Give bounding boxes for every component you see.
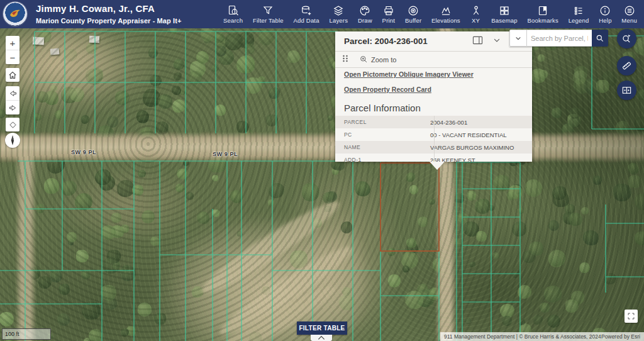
- table-row-value: VARGAS BURGOS MAXIMINO: [425, 144, 532, 151]
- help-icon: [599, 5, 611, 16]
- toolbar-item-menu[interactable]: Menu: [619, 4, 639, 25]
- toolbar-item-layers[interactable]: Layers: [327, 4, 350, 25]
- toolbar-item-legend[interactable]: Legend: [567, 4, 591, 25]
- toolbar-item-add-data[interactable]: Add Data: [291, 4, 321, 25]
- chevron-down-icon: [514, 35, 522, 42]
- toolbar-item-help[interactable]: Help: [597, 4, 613, 25]
- xy-icon: [470, 5, 482, 16]
- fullscreen-button[interactable]: [625, 310, 638, 323]
- popup-title: Parcel: 2004-236-001: [344, 36, 428, 46]
- legend-icon: [573, 5, 584, 16]
- menu-icon: [624, 5, 635, 16]
- home-icon: [8, 70, 18, 80]
- toolbar-label: Basemap: [491, 17, 518, 24]
- table-column-divider: [434, 116, 435, 162]
- search-icon: [596, 34, 604, 43]
- search-widget-button[interactable]: [617, 29, 636, 48]
- parcel-popup: Parcel: 2004-236-001 Zoom to Open Pictom…: [335, 31, 532, 162]
- toolbar-item-basemap[interactable]: Basemap: [489, 4, 519, 25]
- arrow-left-icon: [8, 89, 18, 98]
- table-row-label: ADD-1: [335, 157, 425, 162]
- toolbar-item-draw[interactable]: Draw: [356, 4, 374, 25]
- search-cursor-icon: [621, 33, 632, 44]
- ruler-icon: [621, 60, 632, 71]
- house-roof: [50, 48, 60, 55]
- house-roof: [33, 37, 45, 45]
- toolbar-label: Elevations: [431, 17, 460, 24]
- zoom-to-button[interactable]: Zoom to: [360, 55, 396, 64]
- buffer-icon: [408, 5, 419, 16]
- filter-table-expand-button[interactable]: [311, 335, 332, 341]
- filter-table-tab[interactable]: FILTER TABLE: [297, 321, 347, 335]
- swipe-tool-button[interactable]: [617, 81, 636, 100]
- print-icon: [383, 5, 394, 16]
- house-roof: [89, 36, 99, 43]
- toolbar-item-elevations[interactable]: Elevations: [430, 4, 462, 25]
- top-bar: Jimmy H. Cowan, Jr., CFA Marion County P…: [0, 0, 644, 28]
- toolbar-item-print[interactable]: Print: [380, 4, 397, 25]
- zoom-out-button[interactable]: −: [6, 50, 19, 64]
- toolbar-item-bookmarks[interactable]: Bookmarks: [526, 4, 560, 25]
- map-canvas[interactable]: SW 9 PL SW 9 PL + −: [0, 28, 644, 341]
- toolbar-label: Filter Table: [253, 17, 284, 24]
- zoom-controls: + −: [6, 36, 19, 64]
- table-row-value: 00 - VACANT RESIDENTIAL: [425, 131, 532, 138]
- toolbar-label: Buffer: [405, 17, 421, 24]
- toolbar-label: Draw: [358, 17, 372, 24]
- app-subtitle: Marion County Property Appraiser - Map I…: [36, 17, 181, 26]
- home-button[interactable]: [6, 68, 19, 82]
- toolbar-label: XY: [472, 17, 480, 24]
- dock-popup-button[interactable]: [472, 36, 483, 48]
- table-row-value: 2004-236-001: [425, 119, 532, 126]
- toolbar-label: Print: [382, 17, 396, 24]
- aerial-imagery-layer: [0, 28, 644, 341]
- toolbar-item-search[interactable]: Search: [221, 4, 245, 25]
- table-row-label: PARCEL: [335, 119, 425, 125]
- parcel-information-heading: Parcel Information: [344, 103, 421, 113]
- toolbar-label: Layers: [329, 17, 348, 24]
- toolbar-item-xy[interactable]: XY: [469, 4, 484, 25]
- zoom-to-label: Zoom to: [371, 56, 396, 64]
- popup-actions-menu-button[interactable]: [341, 54, 350, 65]
- layers-icon: [333, 5, 344, 16]
- toolbar-item-filter-table[interactable]: Filter Table: [251, 4, 286, 25]
- search-bar: [509, 30, 608, 47]
- draw-icon: [359, 5, 370, 16]
- app-title: Jimmy H. Cowan, Jr., CFA: [36, 3, 181, 15]
- search-input[interactable]: [527, 30, 592, 47]
- header-titles: Jimmy H. Cowan, Jr., CFA Marion County P…: [36, 3, 181, 26]
- fullscreen-icon: [627, 312, 635, 320]
- scale-bar: 100 ft: [2, 328, 51, 340]
- seal-bird-icon: [8, 8, 23, 20]
- toolbar-label: Search: [223, 17, 243, 24]
- popup-header: Parcel: 2004-236-001: [335, 31, 532, 52]
- attribution-text: 911 Management Department | © Bruce Harr…: [444, 333, 601, 340]
- collapse-popup-button[interactable]: [492, 36, 501, 47]
- select-control: [6, 118, 19, 131]
- zoom-in-button[interactable]: +: [6, 36, 19, 50]
- toolbar-item-buffer[interactable]: Buffer: [403, 4, 423, 25]
- previous-extent-button[interactable]: [6, 86, 19, 100]
- popup-actions-row: Zoom to: [335, 52, 532, 68]
- table-row-value: 268 KEENEY ST: [425, 157, 532, 162]
- county-seal-logo: [3, 2, 27, 26]
- compass-button[interactable]: [5, 133, 20, 148]
- table-row-label: PC: [335, 131, 425, 138]
- add-data-icon: [301, 5, 312, 16]
- north-arrow-icon: [8, 135, 18, 146]
- pictometry-link[interactable]: Open Pictometry Oblique Imagery Viewer: [344, 70, 474, 78]
- map-attribution: 911 Management Department | © Bruce Harr…: [440, 332, 644, 341]
- property-record-card-link[interactable]: Open Property Record Card: [344, 86, 431, 93]
- select-extent-button[interactable]: [6, 118, 19, 131]
- measure-tool-button[interactable]: [617, 56, 636, 75]
- arrow-right-icon: [8, 103, 18, 113]
- bookmarks-icon: [537, 5, 548, 16]
- dots-grid-icon: [341, 54, 350, 63]
- chevron-down-icon: [492, 36, 501, 45]
- chevron-up-icon: [317, 335, 326, 340]
- search-category-dropdown[interactable]: [509, 30, 527, 47]
- search-submit-button[interactable]: [592, 30, 608, 47]
- toolbar-label: Help: [599, 17, 611, 24]
- toolbar-label: Menu: [621, 17, 637, 24]
- next-extent-button[interactable]: [6, 100, 19, 115]
